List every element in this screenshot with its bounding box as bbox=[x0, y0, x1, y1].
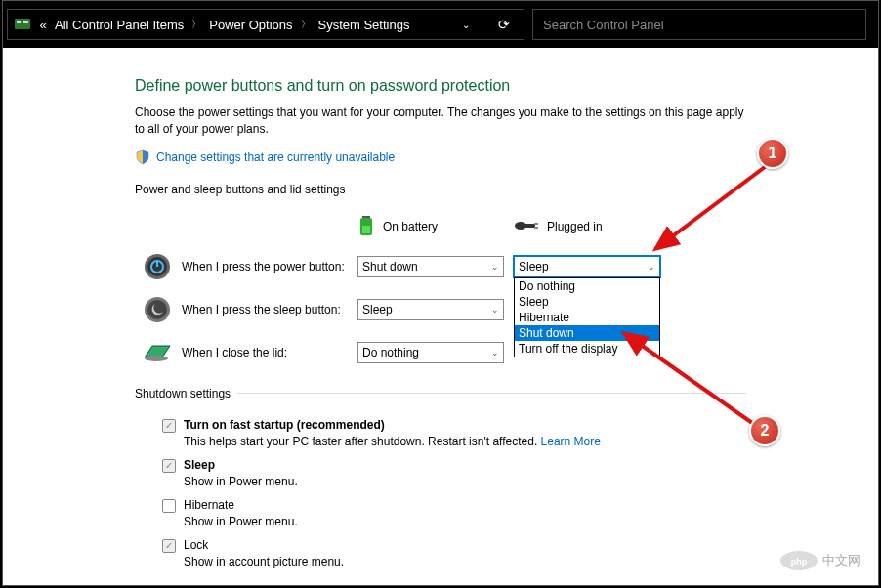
checkbox-lock[interactable]: ✓ bbox=[162, 539, 176, 553]
chevron-down-icon[interactable]: ⌄ bbox=[452, 20, 480, 30]
col-battery-label: On battery bbox=[383, 220, 438, 233]
hibernate-label: Hibernate bbox=[184, 498, 234, 512]
chevron-right-icon: 〉 bbox=[188, 18, 205, 31]
search-placeholder: Search Control Panel bbox=[543, 18, 664, 32]
shield-icon bbox=[135, 149, 150, 165]
fieldset-shutdown: Shutdown settings bbox=[135, 387, 746, 404]
svg-point-16 bbox=[145, 356, 168, 361]
fieldset-label: Power and sleep buttons and lid settings bbox=[135, 183, 351, 196]
option-do-nothing[interactable]: Do nothing bbox=[515, 278, 659, 294]
checkbox-hibernate[interactable] bbox=[162, 499, 176, 513]
option-shut-down[interactable]: Shut down bbox=[515, 325, 659, 341]
fieldset-buttons-lid: Power and sleep buttons and lid settings bbox=[135, 183, 746, 200]
plug-icon bbox=[514, 218, 539, 236]
content-area: Define power buttons and turn on passwor… bbox=[3, 48, 878, 585]
sleep-label: Sleep bbox=[184, 458, 215, 472]
fast-startup-label: Turn on fast startup (recommended) bbox=[184, 418, 385, 432]
lid-battery-select[interactable]: Do nothing⌄ bbox=[357, 342, 504, 363]
svg-rect-0 bbox=[15, 19, 30, 29]
crumb-all-items[interactable]: All Control Panel Items bbox=[51, 18, 188, 32]
divider bbox=[482, 10, 482, 39]
col-plugged-label: Plugged in bbox=[547, 220, 603, 233]
chevron-down-icon: ⌄ bbox=[648, 262, 655, 272]
battery-icon bbox=[357, 214, 375, 240]
option-hibernate[interactable]: Hibernate bbox=[515, 310, 659, 325]
col-on-battery: On battery bbox=[357, 214, 514, 240]
lock-label: Lock bbox=[184, 538, 208, 552]
learn-more-link[interactable]: Learn More bbox=[541, 435, 601, 448]
php-logo-icon: php bbox=[779, 550, 818, 571]
svg-rect-9 bbox=[534, 227, 538, 229]
breadcrumb-bar[interactable]: « All Control Panel Items 〉 Power Option… bbox=[7, 9, 524, 40]
fieldset-label: Shutdown settings bbox=[135, 387, 236, 400]
crumb-power-options[interactable]: Power Options bbox=[205, 18, 296, 32]
chevron-right-icon: 〉 bbox=[297, 18, 315, 31]
sleep-button-label: When I press the sleep button: bbox=[182, 303, 357, 316]
column-headers: On battery Plugged in bbox=[357, 214, 746, 240]
power-button-icon bbox=[143, 252, 172, 281]
history-chevron-icon[interactable]: « bbox=[35, 10, 51, 39]
power-plugged-dropdown: Do nothing Sleep Hibernate Shut down Tur… bbox=[514, 277, 660, 357]
option-sleep[interactable]: Sleep bbox=[515, 294, 659, 310]
checkbox-fast-startup[interactable]: ✓ bbox=[162, 419, 176, 433]
refresh-icon[interactable]: ⟳ bbox=[484, 17, 524, 32]
power-plugged-select[interactable]: Sleep⌄ bbox=[514, 256, 660, 277]
admin-link-row: Change settings that are currently unava… bbox=[135, 149, 746, 165]
row-power-button: When I press the power button: Shut down… bbox=[135, 252, 746, 281]
lock-desc: Show in account picture menu. bbox=[184, 555, 746, 568]
control-panel-icon bbox=[12, 14, 33, 35]
svg-rect-8 bbox=[534, 223, 538, 225]
check-lock: ✓ Lock bbox=[162, 538, 746, 553]
svg-point-6 bbox=[515, 222, 526, 230]
fieldset-line bbox=[236, 393, 746, 394]
crumb-system-settings[interactable]: System Settings bbox=[315, 18, 414, 32]
chevron-down-icon: ⌄ bbox=[491, 305, 499, 315]
power-button-label: When I press the power button: bbox=[182, 260, 357, 273]
fieldset-line bbox=[351, 189, 746, 189]
svg-text:php: php bbox=[791, 557, 808, 567]
svg-rect-7 bbox=[525, 224, 535, 228]
power-battery-select[interactable]: Shut down⌄ bbox=[357, 256, 504, 277]
sleep-button-icon bbox=[143, 295, 172, 324]
hibernate-desc: Show in Power menu. bbox=[184, 515, 746, 528]
checkbox-sleep[interactable]: ✓ bbox=[162, 459, 176, 473]
svg-point-15 bbox=[147, 300, 167, 319]
fast-startup-desc: This helps start your PC faster after sh… bbox=[184, 435, 746, 448]
lid-icon bbox=[143, 338, 172, 367]
col-plugged-in: Plugged in bbox=[514, 214, 670, 240]
sleep-desc: Show in Power menu. bbox=[184, 475, 746, 488]
lid-label: When I close the lid: bbox=[182, 346, 357, 359]
page-heading: Define power buttons and turn on passwor… bbox=[135, 77, 746, 95]
svg-rect-1 bbox=[17, 21, 21, 23]
sleep-battery-select[interactable]: Sleep⌄ bbox=[357, 299, 504, 320]
change-settings-link[interactable]: Change settings that are currently unava… bbox=[156, 150, 395, 164]
check-hibernate: Hibernate bbox=[162, 498, 746, 513]
svg-rect-2 bbox=[23, 21, 28, 23]
svg-rect-5 bbox=[362, 226, 370, 233]
check-fast-startup: ✓ Turn on fast startup (recommended) bbox=[162, 418, 746, 433]
option-turn-off-display[interactable]: Turn off the display bbox=[515, 341, 659, 357]
search-input[interactable]: Search Control Panel bbox=[532, 9, 866, 40]
chevron-down-icon: ⌄ bbox=[491, 348, 499, 357]
settings-window: « All Control Panel Items 〉 Power Option… bbox=[2, 0, 879, 586]
page-description: Choose the power settings that you want … bbox=[135, 105, 746, 138]
titlebar: « All Control Panel Items 〉 Power Option… bbox=[3, 1, 878, 48]
check-sleep: ✓ Sleep bbox=[162, 458, 746, 473]
watermark: php 中文网 bbox=[779, 550, 860, 571]
chevron-down-icon: ⌄ bbox=[491, 262, 499, 272]
